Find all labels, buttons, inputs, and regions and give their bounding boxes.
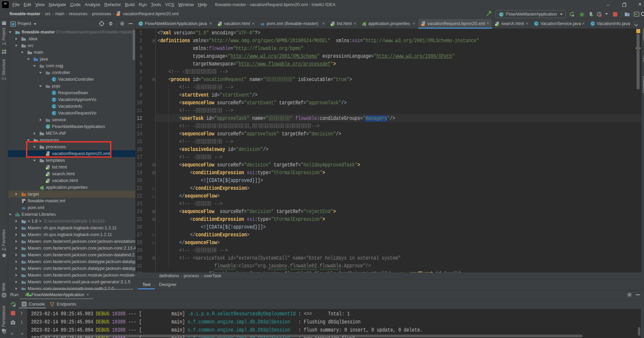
svg-text:H: H	[46, 167, 48, 170]
svg-text:H: H	[495, 24, 497, 26]
svg-text:C: C	[53, 77, 55, 81]
svg-text:<>: <>	[117, 14, 120, 16]
svg-text:C: C	[53, 104, 55, 108]
svg-text:C: C	[535, 22, 538, 26]
svg-text:C: C	[53, 111, 55, 115]
svg-text:H: H	[218, 24, 220, 26]
svg-text:H: H	[46, 181, 48, 183]
svg-text:m: m	[261, 21, 264, 26]
svg-text:H: H	[331, 24, 332, 26]
svg-text:C: C	[591, 22, 594, 26]
svg-text:C: C	[53, 91, 55, 95]
svg-text:H: H	[46, 174, 48, 176]
svg-text:<>: <>	[421, 24, 425, 26]
svg-text:m: m	[22, 205, 25, 210]
svg-text:C: C	[53, 98, 55, 102]
